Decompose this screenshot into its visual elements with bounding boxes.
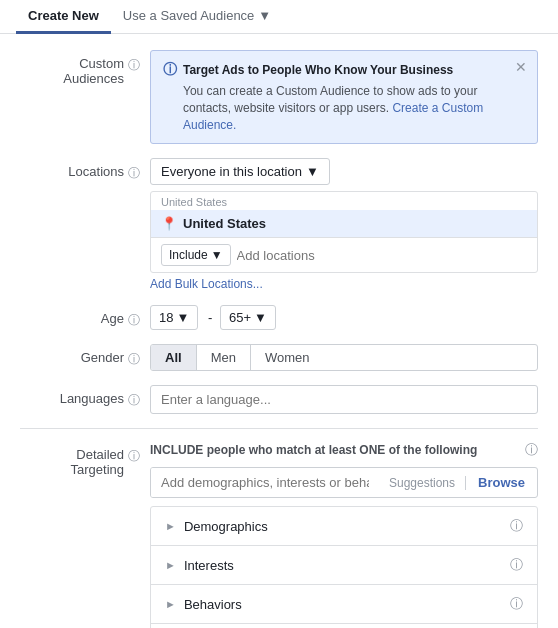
add-locations-input[interactable] <box>237 248 527 263</box>
chevron-right-icon: ► <box>165 520 176 532</box>
location-pin-icon: 📍 <box>161 216 177 231</box>
age-info-icon[interactable]: ⓘ <box>128 312 140 329</box>
gender-men-button[interactable]: Men <box>197 345 251 370</box>
gender-all-button[interactable]: All <box>151 345 197 370</box>
detailed-targeting-label: Detailed Targeting ⓘ <box>20 441 150 477</box>
browse-button[interactable]: Browse <box>466 469 537 496</box>
age-label: Age ⓘ <box>20 305 150 329</box>
chevron-right-icon: ► <box>165 598 176 610</box>
location-type-dropdown[interactable]: Everyone in this location ▼ <box>150 158 330 185</box>
custom-audiences-info-box: ⓘ Target Ads to People Who Know Your Bus… <box>150 50 538 144</box>
detailed-targeting-header: INCLUDE people who match at least ONE of… <box>150 441 538 459</box>
detailed-targeting-control: INCLUDE people who match at least ONE of… <box>150 441 538 628</box>
include-dropdown[interactable]: Include ▼ <box>161 244 231 266</box>
include-description: INCLUDE people who match at least ONE of… <box>150 443 519 457</box>
close-icon[interactable]: ✕ <box>515 59 527 75</box>
category-behaviors[interactable]: ► Behaviors ⓘ <box>151 585 537 624</box>
category-list: ► Demographics ⓘ ► Interests ⓘ ► Behavio <box>150 506 538 628</box>
location-selected-item: 📍 United States <box>151 210 537 237</box>
locations-control: Everyone in this location ▼ United State… <box>150 158 538 291</box>
chevron-down-icon: ▼ <box>254 310 267 325</box>
behaviors-info-icon[interactable]: ⓘ <box>510 595 523 613</box>
locations-label: Locations ⓘ <box>20 158 150 182</box>
gender-women-button[interactable]: Women <box>251 345 324 370</box>
targeting-search-input[interactable] <box>151 468 379 497</box>
tab-use-saved[interactable]: Use a Saved Audience ▼ <box>111 0 283 34</box>
age-min-dropdown[interactable]: 18 ▼ <box>150 305 198 330</box>
include-info-icon[interactable]: ⓘ <box>525 441 538 459</box>
gender-group: All Men Women <box>150 344 538 371</box>
interests-info-icon[interactable]: ⓘ <box>510 556 523 574</box>
category-more-categories[interactable]: ► More Categories ⓘ <box>151 624 537 628</box>
custom-audiences-control: ⓘ Target Ads to People Who Know Your Bus… <box>150 50 538 144</box>
location-include-row: Include ▼ <box>151 237 537 272</box>
locations-row: Locations ⓘ Everyone in this location ▼ … <box>20 158 538 291</box>
category-interests[interactable]: ► Interests ⓘ <box>151 546 537 585</box>
main-content: Custom Audiences ⓘ ⓘ Target Ads to Peopl… <box>0 34 558 628</box>
languages-control <box>150 385 538 414</box>
demographics-info-icon[interactable]: ⓘ <box>510 517 523 535</box>
gender-control: All Men Women <box>150 344 538 371</box>
chevron-down-icon: ▼ <box>176 310 189 325</box>
info-box-title: ⓘ Target Ads to People Who Know Your Bus… <box>163 61 525 79</box>
custom-audiences-label: Custom Audiences ⓘ <box>20 50 150 86</box>
custom-audiences-info-icon[interactable]: ⓘ <box>128 57 140 74</box>
age-control: 18 ▼ - 65+ ▼ <box>150 305 538 330</box>
chevron-down-icon: ▼ <box>306 164 319 179</box>
tab-create-new[interactable]: Create New <box>16 0 111 34</box>
gender-info-icon[interactable]: ⓘ <box>128 351 140 368</box>
add-bulk-link[interactable]: Add Bulk Locations... <box>150 277 538 291</box>
detailed-targeting-info-icon[interactable]: ⓘ <box>128 448 140 465</box>
info-blue-icon: ⓘ <box>163 61 177 79</box>
section-divider <box>20 428 538 429</box>
gender-row: Gender ⓘ All Men Women <box>20 344 538 371</box>
detailed-targeting-row: Detailed Targeting ⓘ INCLUDE people who … <box>20 441 538 628</box>
languages-label: Languages ⓘ <box>20 385 150 409</box>
info-box-body: You can create a Custom Audience to show… <box>163 83 525 133</box>
languages-info-icon[interactable]: ⓘ <box>128 392 140 409</box>
tabs-bar: Create New Use a Saved Audience ▼ <box>0 0 558 34</box>
chevron-down-icon: ▼ <box>211 248 223 262</box>
locations-info-icon[interactable]: ⓘ <box>128 165 140 182</box>
suggestions-label: Suggestions <box>379 476 466 490</box>
age-row: Age ⓘ 18 ▼ - 65+ ▼ <box>20 305 538 330</box>
languages-row: Languages ⓘ <box>20 385 538 414</box>
chevron-right-icon: ► <box>165 559 176 571</box>
custom-audiences-row: Custom Audiences ⓘ ⓘ Target Ads to Peopl… <box>20 50 538 144</box>
chevron-down-icon: ▼ <box>258 8 271 23</box>
location-box: United States 📍 United States Include ▼ <box>150 191 538 273</box>
gender-label: Gender ⓘ <box>20 344 150 368</box>
languages-input[interactable] <box>150 385 538 414</box>
category-demographics[interactable]: ► Demographics ⓘ <box>151 507 537 546</box>
targeting-search-box: Suggestions Browse <box>150 467 538 498</box>
age-max-dropdown[interactable]: 65+ ▼ <box>220 305 276 330</box>
location-country-label: United States <box>151 192 537 210</box>
